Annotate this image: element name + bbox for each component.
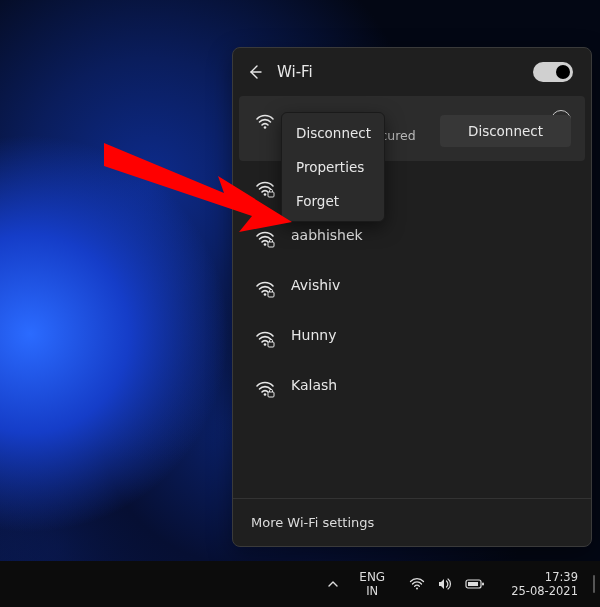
tray-date: 25-08-2021 [511, 584, 578, 598]
wifi-panel-header: Wi-Fi [233, 48, 591, 96]
network-list: Nirvana Connected, secured i Disconnect … [233, 96, 591, 498]
svg-point-2 [264, 193, 267, 196]
svg-rect-5 [268, 242, 274, 247]
tray-lang-secondary: IN [359, 584, 385, 598]
svg-rect-7 [268, 292, 274, 297]
back-icon[interactable] [247, 64, 263, 80]
svg-point-10 [264, 393, 267, 396]
tray-status-icons[interactable] [397, 570, 497, 598]
svg-point-8 [264, 343, 267, 346]
wifi-icon [255, 112, 275, 132]
ctx-properties[interactable]: Properties [282, 150, 384, 184]
tray-volume-icon [437, 576, 453, 592]
svg-point-1 [264, 126, 267, 129]
svg-rect-3 [268, 192, 274, 197]
context-menu: Disconnect Properties Forget [281, 112, 385, 222]
tray-battery-icon [465, 578, 485, 590]
svg-point-13 [416, 588, 418, 590]
svg-rect-16 [468, 582, 478, 586]
panel-title: Wi-Fi [277, 63, 519, 81]
svg-point-4 [264, 243, 267, 246]
tray-time: 17:39 [511, 570, 578, 584]
network-item[interactable]: Kalash [233, 363, 591, 413]
wifi-lock-icon [255, 379, 275, 399]
wifi-lock-icon [255, 279, 275, 299]
wifi-lock-icon [255, 229, 275, 249]
wifi-lock-icon [255, 329, 275, 349]
wifi-toggle[interactable] [533, 62, 573, 82]
more-wifi-settings[interactable]: More Wi-Fi settings [233, 498, 591, 546]
wifi-lock-icon [255, 179, 275, 199]
network-item[interactable]: Avishiv [233, 263, 591, 313]
tray-overflow-icon[interactable] [319, 572, 347, 596]
network-name: Kalash [291, 377, 337, 393]
svg-rect-15 [482, 583, 484, 586]
svg-rect-9 [268, 342, 274, 347]
ctx-forget[interactable]: Forget [282, 184, 384, 218]
ctx-disconnect[interactable]: Disconnect [282, 116, 384, 150]
tray-language[interactable]: ENG IN [351, 566, 393, 602]
connected-network[interactable]: Nirvana Connected, secured i Disconnect … [239, 96, 585, 161]
svg-point-6 [264, 293, 267, 296]
network-item[interactable]: Hunny [233, 313, 591, 363]
network-name: aabhishek [291, 227, 363, 243]
network-name: Hunny [291, 327, 336, 343]
tray-lang-primary: ENG [359, 570, 385, 584]
tray-clock[interactable]: 17:39 25-08-2021 [501, 566, 588, 602]
show-desktop-button[interactable] [592, 561, 596, 607]
wifi-panel: Wi-Fi Nirvana Connected, secured i Disco… [232, 47, 592, 547]
network-name: Avishiv [291, 277, 340, 293]
tray-wifi-icon [409, 576, 425, 592]
taskbar: ENG IN 17:39 2 [0, 561, 600, 607]
disconnect-button[interactable]: Disconnect [440, 115, 571, 147]
svg-rect-11 [268, 392, 274, 397]
